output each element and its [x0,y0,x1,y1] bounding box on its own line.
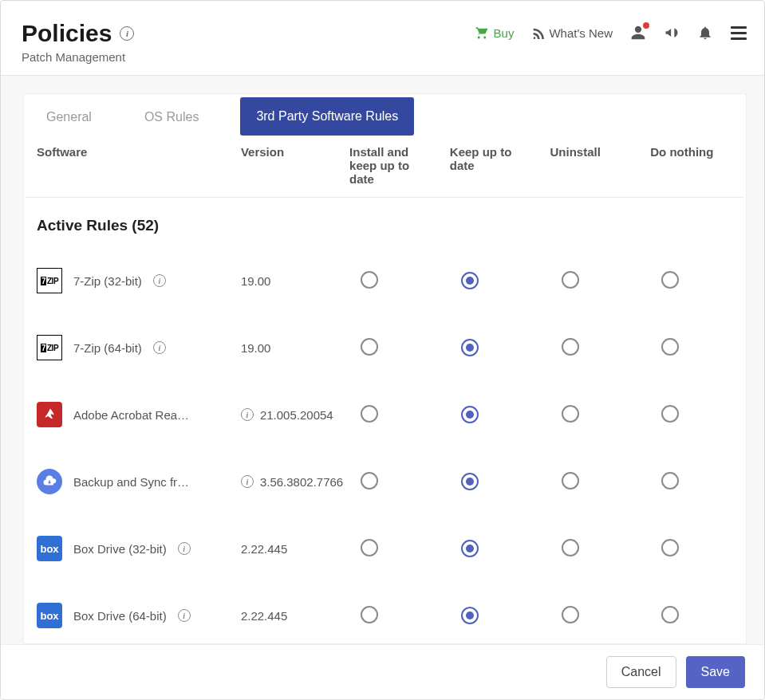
software-name: Box Drive (64-bit) [73,609,167,623]
header-left: Policies i Patch Management [22,20,134,64]
menu-button[interactable] [731,26,747,40]
radio-keep[interactable] [461,406,479,423]
adobe-acrobat-icon [37,402,62,427]
radio-keep[interactable] [461,272,479,289]
buy-link[interactable]: Buy [475,26,515,40]
box-drive-icon: box [37,603,62,628]
software-name: 7-Zip (32-bit) [73,274,142,288]
bell-icon[interactable] [697,25,713,41]
radio-install[interactable] [361,405,378,423]
google-backup-sync-icon [37,469,62,494]
radio-uninstall[interactable] [562,472,579,490]
table-row: Backup and Sync fr… i3.56.3802.7766 [26,448,744,515]
radio-install[interactable] [361,271,378,289]
radio-uninstall[interactable] [562,271,579,289]
info-icon[interactable]: i [241,408,254,421]
software-version: 2.22.445 [241,542,287,556]
radio-keep[interactable] [461,607,479,624]
radio-nothing[interactable] [661,405,679,423]
7zip-icon: 7ZIP [37,268,62,293]
col-uninstall[interactable]: Uninstall [544,136,645,198]
whats-new-label: What's New [549,26,613,40]
radio-uninstall[interactable] [562,405,579,423]
page-header: Policies i Patch Management Buy What's N… [1,1,764,76]
radio-nothing[interactable] [661,539,679,556]
user-menu[interactable] [630,25,646,41]
footer-bar: Cancel Save [1,644,764,699]
software-version: 19.00 [241,274,271,288]
col-keep[interactable]: Keep up to date [444,136,544,198]
info-icon[interactable]: i [178,609,191,622]
box-drive-icon: box [37,536,62,561]
software-name: Adobe Acrobat Rea… [73,408,189,422]
info-icon[interactable]: i [120,26,134,41]
whats-new-link[interactable]: What's New [531,26,613,40]
info-icon[interactable]: i [178,542,191,555]
table-row: box Box Drive (64-bit) i 2.22.445 [26,582,744,643]
software-version: 21.005.20054 [260,408,333,422]
header-right: Buy What's New [475,25,747,41]
table-row: 7ZIP 7-Zip (64-bit) i 19.00 [26,314,744,381]
table-row: box Box Drive (32-bit) i 2.22.445 [26,515,744,582]
radio-install[interactable] [361,539,378,556]
radio-nothing[interactable] [661,606,679,623]
software-name: 7-Zip (64-bit) [73,341,142,355]
notification-dot-icon [643,22,649,29]
save-button[interactable]: Save [686,656,745,688]
col-software[interactable]: Software [26,136,235,198]
radio-uninstall[interactable] [562,539,579,556]
rules-table: Software Version Install and keep up to … [26,136,744,643]
radio-install[interactable] [361,472,378,490]
radio-uninstall[interactable] [562,606,579,623]
radio-keep[interactable] [461,473,479,490]
page-title: Policies [22,20,112,47]
cart-icon [475,26,489,40]
radio-uninstall[interactable] [562,338,579,356]
radio-keep[interactable] [461,540,479,557]
radio-keep[interactable] [461,339,479,356]
software-version: 3.56.3802.7766 [260,475,343,489]
tab-3rd-party[interactable]: 3rd Party Software Rules [240,97,414,136]
tab-general[interactable]: General [35,98,103,136]
cancel-button[interactable]: Cancel [606,656,676,688]
radio-install[interactable] [361,338,378,356]
software-version: 19.00 [241,341,271,355]
radio-nothing[interactable] [661,472,679,490]
col-nothing[interactable]: Do nothing [644,136,744,198]
info-icon[interactable]: i [153,274,166,287]
software-version: 2.22.445 [241,609,287,623]
7zip-icon: 7ZIP [37,335,62,360]
radio-nothing[interactable] [661,338,679,356]
breadcrumb: Patch Management [22,50,134,64]
radio-install[interactable] [361,606,378,623]
content-area: General OS Rules 3rd Party Software Rule… [1,76,764,644]
megaphone-icon[interactable] [664,25,680,41]
info-icon[interactable]: i [153,341,166,354]
table-row: 7ZIP 7-Zip (32-bit) i 19.00 [26,247,744,314]
col-install[interactable]: Install and keep up to date [343,136,444,198]
tab-os-rules[interactable]: OS Rules [133,98,210,136]
rules-panel: General OS Rules 3rd Party Software Rule… [23,93,747,644]
active-rules-heading: Active Rules (52) [26,198,744,248]
rss-icon [531,26,544,39]
software-name: Backup and Sync fr… [73,475,189,489]
buy-label: Buy [494,26,515,40]
table-row: Adobe Acrobat Rea… i21.005.20054 [26,381,744,448]
rules-scroll-region[interactable]: Software Version Install and keep up to … [24,136,746,643]
software-name: Box Drive (32-bit) [73,542,167,556]
info-icon[interactable]: i [241,475,254,488]
tab-bar: General OS Rules 3rd Party Software Rule… [24,94,746,136]
radio-nothing[interactable] [661,271,679,289]
col-version[interactable]: Version [235,136,343,198]
